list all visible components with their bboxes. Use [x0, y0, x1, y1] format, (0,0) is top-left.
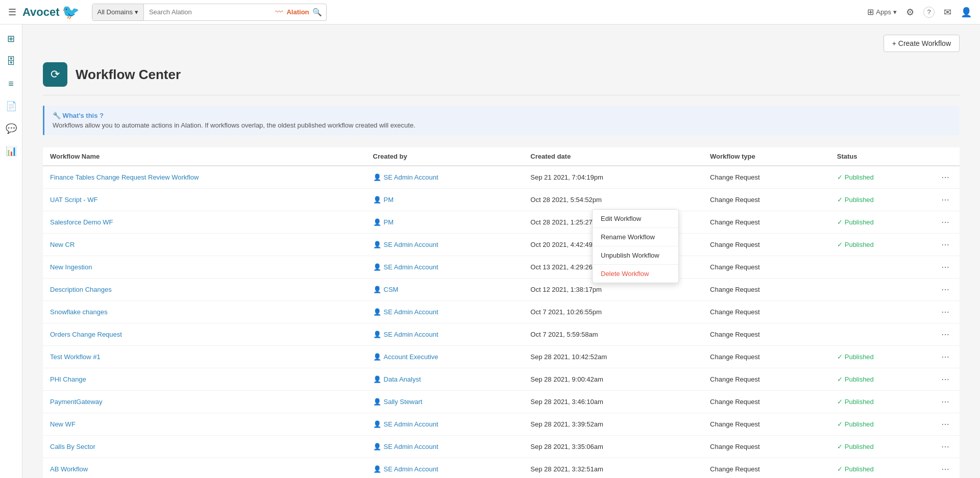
created-by-cell: 👤 Account Executive: [366, 346, 524, 368]
notification-icon[interactable]: ✉: [944, 7, 951, 18]
catalog-icon: ⊞: [7, 33, 15, 44]
sidebar-item-catalog[interactable]: ⊞: [2, 30, 20, 48]
search-input[interactable]: [149, 8, 266, 16]
workflow-name-link[interactable]: Snowflake changes: [50, 308, 108, 316]
row-more-button[interactable]: ⋯: [938, 239, 952, 250]
hamburger-menu[interactable]: ☰: [8, 7, 16, 18]
apps-caret-icon: ▾: [893, 8, 897, 16]
context-menu: Edit Workflow Rename Workflow Unpublish …: [592, 209, 679, 283]
creator-link[interactable]: 👤 SE Admin Account: [373, 465, 517, 473]
row-more-button[interactable]: ⋯: [938, 463, 952, 475]
apps-grid-icon: ⊞: [867, 7, 874, 17]
creator-link[interactable]: 👤 SE Admin Account: [373, 173, 517, 181]
user-avatar-icon: 👤: [373, 308, 381, 316]
creator-link[interactable]: 👤 SE Admin Account: [373, 443, 517, 450]
creator-link[interactable]: 👤 SE Admin Account: [373, 420, 517, 428]
info-box-text: Workflows allow you to automate actions …: [53, 121, 951, 129]
row-more-button[interactable]: ⋯: [938, 194, 952, 206]
workflow-name-link[interactable]: New WF: [50, 420, 76, 428]
sidebar-item-doc[interactable]: 📄: [2, 97, 20, 115]
created-by-cell: 👤 SE Admin Account: [366, 256, 524, 279]
apps-label: Apps: [876, 8, 891, 16]
user-avatar-icon: 👤: [373, 241, 381, 248]
created-date-cell: Sep 21 2021, 7:04:19pm: [523, 166, 703, 189]
workflow-name-link[interactable]: Description Changes: [50, 286, 112, 293]
user-avatar-icon: 👤: [373, 263, 381, 271]
creator-link[interactable]: 👤 SE Admin Account: [373, 263, 517, 271]
row-more-button[interactable]: ⋯: [938, 418, 952, 430]
workflow-name-link[interactable]: PHI Change: [50, 375, 86, 383]
row-more-button[interactable]: ⋯: [938, 329, 952, 340]
create-workflow-button[interactable]: + Create Workflow: [884, 35, 960, 52]
row-more-button[interactable]: ⋯: [938, 351, 952, 363]
row-more-button[interactable]: ⋯: [938, 261, 952, 273]
document-icon: 📄: [6, 100, 17, 112]
user-profile-icon[interactable]: 👤: [961, 7, 972, 18]
sidebar-item-chart[interactable]: 📊: [2, 142, 20, 160]
app-logo: Avocet 🐦: [22, 4, 80, 20]
workflow-name-link[interactable]: New Ingestion: [50, 263, 92, 271]
header-divider: [43, 95, 960, 95]
row-more-button[interactable]: ⋯: [938, 171, 952, 183]
check-icon: ✓: [837, 398, 843, 406]
workflow-name-link[interactable]: Salesforce Demo WF: [50, 218, 113, 226]
creator-link[interactable]: 👤 PM: [373, 218, 517, 226]
workflow-name-link[interactable]: Finance Tables Change Request Review Wor…: [50, 173, 199, 181]
sidebar-item-list[interactable]: ≡: [2, 74, 20, 93]
col-workflow-type: Workflow type: [703, 147, 830, 166]
creator-link[interactable]: 👤 Data Analyst: [373, 375, 517, 383]
workflow-name-link[interactable]: New CR: [50, 241, 75, 248]
search-domain-selector[interactable]: All Domains ▾: [92, 4, 144, 20]
creator-link[interactable]: 👤 Sally Stewart: [373, 398, 517, 406]
row-more-button[interactable]: ⋯: [938, 396, 952, 408]
table-row: Calls By Sector👤 SE Admin AccountSep 28 …: [43, 436, 960, 458]
col-created-date: Created date: [523, 147, 703, 166]
row-more-button[interactable]: ⋯: [938, 441, 952, 452]
workflow-name-link[interactable]: Test Workflow #1: [50, 353, 101, 361]
row-more-button[interactable]: ⋯: [938, 284, 952, 295]
sidebar-item-chat[interactable]: 💬: [2, 119, 20, 138]
created-date-cell: Sep 28 2021, 3:32:51am: [523, 458, 703, 479]
workflow-name-link[interactable]: AB Workflow: [50, 465, 88, 473]
workflow-name-link[interactable]: Orders Change Request: [50, 331, 122, 338]
status-cell: ✓ Published: [830, 413, 931, 436]
workflow-name-link[interactable]: Calls By Sector: [50, 443, 95, 450]
actions-cell: ⋯: [931, 301, 960, 323]
context-menu-edit[interactable]: Edit Workflow: [593, 210, 678, 228]
creator-link[interactable]: 👤 SE Admin Account: [373, 241, 517, 248]
status-cell: ✓ Published: [830, 234, 931, 256]
context-menu-rename[interactable]: Rename Workflow: [593, 228, 678, 246]
workflow-name-cell: PHI Change: [43, 368, 366, 391]
settings-icon[interactable]: ⚙: [906, 7, 914, 18]
col-status: Status: [830, 147, 931, 166]
creator-link[interactable]: 👤 PM: [373, 196, 517, 204]
creator-link[interactable]: 👤 SE Admin Account: [373, 331, 517, 338]
col-created-by: Created by: [366, 147, 524, 166]
user-avatar-icon: 👤: [373, 353, 381, 361]
sidebar-item-data[interactable]: 🗄: [2, 52, 20, 70]
created-by-cell: 👤 Data Analyst: [366, 368, 524, 391]
table-row: Orders Change Request👤 SE Admin AccountO…: [43, 323, 960, 346]
workflow-type-cell: Change Request: [703, 346, 830, 368]
status-badge: ✓ Published: [837, 375, 924, 383]
help-icon[interactable]: ?: [923, 7, 935, 18]
domain-caret-icon: ▾: [135, 8, 138, 16]
creator-link[interactable]: 👤 CSM: [373, 286, 517, 293]
apps-button[interactable]: ⊞ Apps ▾: [867, 7, 897, 17]
workflow-name-link[interactable]: UAT Script - WF: [50, 196, 97, 204]
creator-link[interactable]: 👤 Account Executive: [373, 353, 517, 361]
actions-cell: ⋯: [931, 211, 960, 234]
row-more-button[interactable]: ⋯: [938, 216, 952, 228]
user-avatar-icon: 👤: [373, 196, 381, 204]
check-icon: ✓: [837, 465, 843, 473]
row-more-button[interactable]: ⋯: [938, 373, 952, 385]
status-cell: [830, 256, 931, 279]
status-cell: ✓ Published: [830, 436, 931, 458]
row-more-button[interactable]: ⋯: [938, 306, 952, 318]
check-icon: ✓: [837, 241, 843, 248]
creator-link[interactable]: 👤 SE Admin Account: [373, 308, 517, 316]
context-menu-delete[interactable]: Delete Workflow: [593, 265, 678, 283]
table-row: Description Changes👤 CSMOct 12 2021, 1:3…: [43, 279, 960, 301]
workflow-name-link[interactable]: PaymentGateway: [50, 398, 103, 406]
context-menu-unpublish[interactable]: Unpublish Workflow: [593, 246, 678, 264]
